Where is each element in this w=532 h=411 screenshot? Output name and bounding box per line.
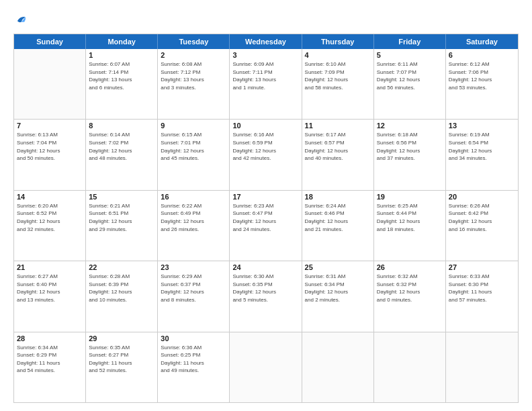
day-info: Sunrise: 6:33 AM Sunset: 6:30 PM Dayligh… xyxy=(449,273,515,304)
weekday-header: Thursday xyxy=(302,34,374,49)
day-number: 28 xyxy=(17,334,83,342)
day-info: Sunrise: 6:16 AM Sunset: 6:59 PM Dayligh… xyxy=(232,131,298,162)
calendar: SundayMondayTuesdayWednesdayThursdayFrid… xyxy=(13,34,519,403)
day-info: Sunrise: 6:32 AM Sunset: 6:32 PM Dayligh… xyxy=(377,273,443,304)
day-number: 23 xyxy=(161,263,226,271)
day-info: Sunrise: 6:23 AM Sunset: 6:47 PM Dayligh… xyxy=(232,202,298,233)
calendar-cell: 24Sunrise: 6:30 AM Sunset: 6:35 PM Dayli… xyxy=(230,261,302,331)
day-number: 18 xyxy=(305,193,371,201)
day-number: 14 xyxy=(17,193,83,201)
day-number: 13 xyxy=(449,122,515,130)
day-info: Sunrise: 6:10 AM Sunset: 7:09 PM Dayligh… xyxy=(305,60,371,91)
calendar-row: 28Sunrise: 6:34 AM Sunset: 6:29 PM Dayli… xyxy=(14,332,518,402)
weekday-header: Wednesday xyxy=(230,34,302,49)
calendar-cell: 17Sunrise: 6:23 AM Sunset: 6:47 PM Dayli… xyxy=(230,191,302,261)
day-number: 9 xyxy=(161,122,226,130)
day-number: 29 xyxy=(89,334,154,342)
calendar-cell: 22Sunrise: 6:28 AM Sunset: 6:39 PM Dayli… xyxy=(86,261,158,331)
calendar-row: 1Sunrise: 6:07 AM Sunset: 7:14 PM Daylig… xyxy=(14,49,518,120)
day-number: 25 xyxy=(305,263,371,271)
day-number: 24 xyxy=(232,263,298,271)
day-number: 26 xyxy=(377,263,443,271)
calendar-cell xyxy=(446,332,518,402)
day-info: Sunrise: 6:29 AM Sunset: 6:37 PM Dayligh… xyxy=(161,273,226,304)
calendar-cell: 7Sunrise: 6:13 AM Sunset: 7:04 PM Daylig… xyxy=(14,120,86,189)
calendar-cell xyxy=(302,332,374,402)
calendar-cell: 6Sunrise: 6:12 AM Sunset: 7:06 PM Daylig… xyxy=(446,49,518,119)
calendar-cell: 8Sunrise: 6:14 AM Sunset: 7:02 PM Daylig… xyxy=(86,120,158,189)
weekday-header: Sunday xyxy=(14,34,86,49)
day-number: 27 xyxy=(449,263,515,271)
calendar-cell: 5Sunrise: 6:11 AM Sunset: 7:07 PM Daylig… xyxy=(374,49,446,119)
calendar-cell: 9Sunrise: 6:15 AM Sunset: 7:01 PM Daylig… xyxy=(158,120,230,189)
page: SundayMondayTuesdayWednesdayThursdayFrid… xyxy=(0,0,532,411)
day-info: Sunrise: 6:20 AM Sunset: 6:52 PM Dayligh… xyxy=(17,202,83,233)
calendar-body: 1Sunrise: 6:07 AM Sunset: 7:14 PM Daylig… xyxy=(14,49,518,402)
calendar-cell: 13Sunrise: 6:19 AM Sunset: 6:54 PM Dayli… xyxy=(446,120,518,189)
calendar-cell: 18Sunrise: 6:24 AM Sunset: 6:46 PM Dayli… xyxy=(302,191,374,261)
calendar-header: SundayMondayTuesdayWednesdayThursdayFrid… xyxy=(14,34,518,49)
day-number: 6 xyxy=(449,51,515,59)
day-info: Sunrise: 6:35 AM Sunset: 6:27 PM Dayligh… xyxy=(89,344,154,375)
calendar-cell: 19Sunrise: 6:25 AM Sunset: 6:44 PM Dayli… xyxy=(374,191,446,261)
calendar-cell: 2Sunrise: 6:08 AM Sunset: 7:12 PM Daylig… xyxy=(158,49,230,119)
calendar-cell: 3Sunrise: 6:09 AM Sunset: 7:11 PM Daylig… xyxy=(230,49,302,119)
day-number: 19 xyxy=(377,193,443,201)
day-info: Sunrise: 6:12 AM Sunset: 7:06 PM Dayligh… xyxy=(449,60,515,91)
day-info: Sunrise: 6:07 AM Sunset: 7:14 PM Dayligh… xyxy=(89,60,154,91)
day-info: Sunrise: 6:15 AM Sunset: 7:01 PM Dayligh… xyxy=(161,131,226,162)
calendar-cell: 28Sunrise: 6:34 AM Sunset: 6:29 PM Dayli… xyxy=(14,332,86,402)
weekday-header: Tuesday xyxy=(158,34,230,49)
day-number: 10 xyxy=(232,122,298,130)
day-info: Sunrise: 6:31 AM Sunset: 6:34 PM Dayligh… xyxy=(305,273,371,304)
logo xyxy=(13,12,31,27)
calendar-cell: 15Sunrise: 6:21 AM Sunset: 6:51 PM Dayli… xyxy=(86,191,158,261)
day-number: 16 xyxy=(161,193,226,201)
calendar-cell xyxy=(14,49,86,119)
calendar-cell: 10Sunrise: 6:16 AM Sunset: 6:59 PM Dayli… xyxy=(230,120,302,189)
day-info: Sunrise: 6:28 AM Sunset: 6:39 PM Dayligh… xyxy=(89,273,154,304)
day-number: 4 xyxy=(305,51,371,59)
day-number: 8 xyxy=(89,122,154,130)
calendar-cell: 26Sunrise: 6:32 AM Sunset: 6:32 PM Dayli… xyxy=(374,261,446,331)
day-info: Sunrise: 6:09 AM Sunset: 7:11 PM Dayligh… xyxy=(232,60,298,91)
calendar-cell: 4Sunrise: 6:10 AM Sunset: 7:09 PM Daylig… xyxy=(302,49,374,119)
day-number: 11 xyxy=(305,122,371,130)
day-info: Sunrise: 6:14 AM Sunset: 7:02 PM Dayligh… xyxy=(89,131,154,162)
calendar-cell: 1Sunrise: 6:07 AM Sunset: 7:14 PM Daylig… xyxy=(86,49,158,119)
day-info: Sunrise: 6:08 AM Sunset: 7:12 PM Dayligh… xyxy=(161,60,226,91)
day-number: 30 xyxy=(161,334,226,342)
calendar-cell xyxy=(230,332,302,402)
header xyxy=(13,12,519,27)
day-number: 12 xyxy=(377,122,443,130)
calendar-row: 7Sunrise: 6:13 AM Sunset: 7:04 PM Daylig… xyxy=(14,120,518,190)
day-number: 21 xyxy=(17,263,83,271)
calendar-cell: 23Sunrise: 6:29 AM Sunset: 6:37 PM Dayli… xyxy=(158,261,230,331)
day-info: Sunrise: 6:25 AM Sunset: 6:44 PM Dayligh… xyxy=(377,202,443,233)
day-info: Sunrise: 6:24 AM Sunset: 6:46 PM Dayligh… xyxy=(305,202,371,233)
calendar-row: 14Sunrise: 6:20 AM Sunset: 6:52 PM Dayli… xyxy=(14,191,518,261)
calendar-cell: 29Sunrise: 6:35 AM Sunset: 6:27 PM Dayli… xyxy=(86,332,158,402)
day-info: Sunrise: 6:11 AM Sunset: 7:07 PM Dayligh… xyxy=(377,60,443,91)
day-info: Sunrise: 6:22 AM Sunset: 6:49 PM Dayligh… xyxy=(161,202,226,233)
day-number: 5 xyxy=(377,51,443,59)
day-info: Sunrise: 6:19 AM Sunset: 6:54 PM Dayligh… xyxy=(449,131,515,162)
day-number: 20 xyxy=(449,193,515,201)
day-number: 7 xyxy=(17,122,83,130)
day-info: Sunrise: 6:36 AM Sunset: 6:25 PM Dayligh… xyxy=(161,344,226,375)
calendar-cell: 27Sunrise: 6:33 AM Sunset: 6:30 PM Dayli… xyxy=(446,261,518,331)
calendar-cell: 21Sunrise: 6:27 AM Sunset: 6:40 PM Dayli… xyxy=(14,261,86,331)
day-info: Sunrise: 6:18 AM Sunset: 6:56 PM Dayligh… xyxy=(377,131,443,162)
calendar-cell: 11Sunrise: 6:17 AM Sunset: 6:57 PM Dayli… xyxy=(302,120,374,189)
day-number: 2 xyxy=(161,51,226,59)
day-info: Sunrise: 6:26 AM Sunset: 6:42 PM Dayligh… xyxy=(449,202,515,233)
day-info: Sunrise: 6:34 AM Sunset: 6:29 PM Dayligh… xyxy=(17,344,83,375)
day-number: 15 xyxy=(89,193,154,201)
day-number: 17 xyxy=(232,193,298,201)
day-info: Sunrise: 6:13 AM Sunset: 7:04 PM Dayligh… xyxy=(17,131,83,162)
logo-icon xyxy=(13,12,28,27)
day-info: Sunrise: 6:30 AM Sunset: 6:35 PM Dayligh… xyxy=(232,273,298,304)
calendar-cell xyxy=(374,332,446,402)
weekday-header: Saturday xyxy=(446,34,518,49)
day-info: Sunrise: 6:17 AM Sunset: 6:57 PM Dayligh… xyxy=(305,131,371,162)
